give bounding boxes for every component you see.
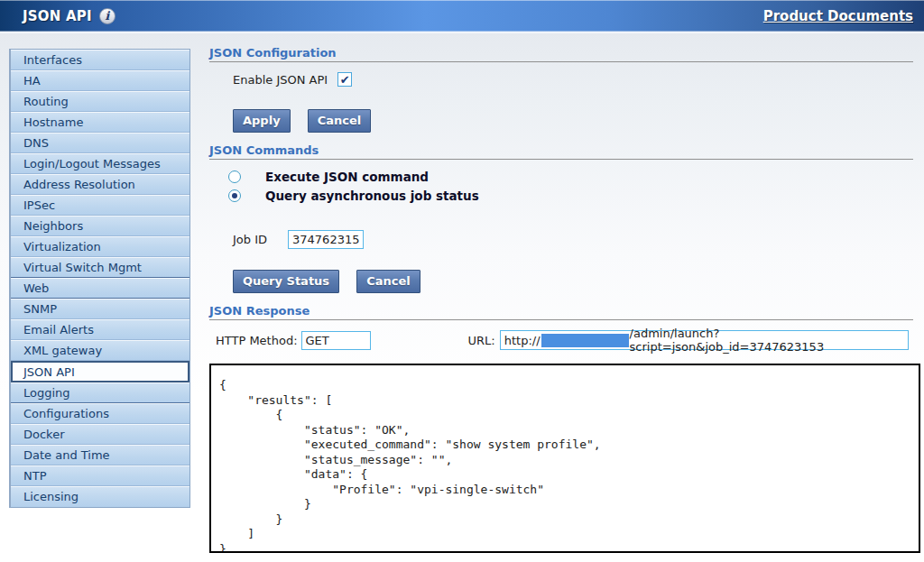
url-label: URL:: [468, 334, 495, 347]
page-title: JSON API: [23, 8, 92, 24]
sidebar-item-virtual-switch-mgmt[interactable]: Virtual Switch Mgmt: [11, 257, 189, 278]
section-divider: [209, 319, 913, 320]
radio-execute-json-label[interactable]: Execute JSON command: [265, 170, 429, 184]
sidebar-item-routing[interactable]: Routing: [11, 91, 189, 112]
product-documents-link[interactable]: Product Documents: [763, 8, 913, 24]
radio-query-status[interactable]: [228, 189, 241, 202]
sidebar-item-ha[interactable]: HA: [11, 70, 189, 91]
cancel-button[interactable]: Cancel: [308, 109, 372, 133]
sidebar-item-email-alerts[interactable]: Email Alerts: [11, 319, 189, 340]
sidebar: InterfacesHARoutingHostnameDNSLogin/Logo…: [9, 49, 190, 508]
url-prefix-text: http://: [504, 334, 541, 347]
sidebar-item-licensing[interactable]: Licensing: [11, 486, 189, 507]
json-response-text: { "results": [ { "status": "OK", "execut…: [219, 378, 919, 553]
url-redaction-block: [541, 334, 629, 347]
section-divider: [209, 61, 913, 62]
top-bar: JSON API i Product Documents: [0, 0, 924, 33]
sidebar-item-date-and-time[interactable]: Date and Time: [11, 445, 189, 465]
sidebar-item-neighbors[interactable]: Neighbors: [11, 216, 189, 236]
sidebar-item-snmp[interactable]: SNMP: [11, 299, 189, 319]
sidebar-item-xml-gateway[interactable]: XML gateway: [11, 340, 189, 361]
sidebar-item-logging[interactable]: Logging: [11, 382, 189, 403]
section-divider: [209, 159, 913, 160]
url-suffix-text: /admin/launch?script=json&job_id=3747623…: [630, 327, 904, 354]
sidebar-item-dns[interactable]: DNS: [11, 133, 189, 153]
radio-query-status-label[interactable]: Query asynchronous job status: [265, 189, 479, 203]
sidebar-item-interfaces[interactable]: Interfaces: [11, 50, 189, 70]
json-response-title: JSON Response: [209, 304, 310, 318]
job-id-input[interactable]: [288, 230, 364, 249]
enable-json-checkbox[interactable]: ✔: [337, 72, 352, 87]
radio-execute-json[interactable]: [228, 170, 241, 183]
main-content: JSON Configuration Enable JSON API ✔ App…: [209, 41, 920, 562]
query-status-button[interactable]: Query Status: [233, 270, 339, 293]
json-configuration-title: JSON Configuration: [209, 46, 337, 60]
sidebar-item-hostname[interactable]: Hostname: [11, 112, 189, 133]
sidebar-item-virtualization[interactable]: Virtualization: [11, 236, 189, 257]
sidebar-item-json-api[interactable]: JSON API: [11, 361, 189, 382]
http-method-input[interactable]: [301, 331, 371, 350]
cancel-query-button[interactable]: Cancel: [356, 270, 420, 293]
sidebar-item-ipsec[interactable]: IPSec: [11, 195, 189, 216]
sidebar-item-docker[interactable]: Docker: [11, 424, 189, 445]
url-input[interactable]: http:// /admin/launch?script=json&job_id…: [500, 330, 909, 350]
sidebar-item-ntp[interactable]: NTP: [11, 465, 189, 486]
enable-json-api-label: Enable JSON API: [233, 73, 328, 87]
sidebar-item-login-logout-messages[interactable]: Login/Logout Messages: [11, 153, 189, 174]
sidebar-item-address-resolution[interactable]: Address Resolution: [11, 174, 189, 195]
http-method-label: HTTP Method:: [216, 334, 298, 347]
info-icon[interactable]: i: [99, 8, 116, 24]
page: JSON API i Product Documents InterfacesH…: [0, 0, 924, 562]
json-commands-title: JSON Commands: [209, 143, 319, 157]
json-response-box: { "results": [ { "status": "OK", "execut…: [209, 364, 920, 553]
sidebar-item-configurations[interactable]: Configurations: [11, 403, 189, 424]
job-id-label: Job ID: [233, 233, 267, 246]
apply-button[interactable]: Apply: [233, 109, 291, 133]
sidebar-item-web[interactable]: Web: [11, 278, 189, 299]
